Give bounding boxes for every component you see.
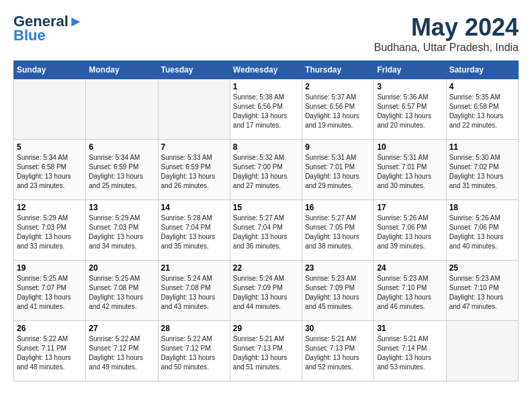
calendar-cell: 24Sunrise: 5:23 AMSunset: 7:10 PMDayligh… xyxy=(374,261,446,321)
calendar-table: Sunday Monday Tuesday Wednesday Thursday… xyxy=(13,60,519,381)
day-info: Sunrise: 5:32 AMSunset: 7:00 PMDaylight:… xyxy=(233,153,299,191)
day-info: Sunrise: 5:38 AMSunset: 6:56 PMDaylight:… xyxy=(233,93,299,130)
calendar-cell: 26Sunrise: 5:22 AMSunset: 7:11 PMDayligh… xyxy=(14,321,86,381)
day-number: 15 xyxy=(233,203,299,212)
day-number: 4 xyxy=(449,82,515,91)
day-info: Sunrise: 5:22 AMSunset: 7:11 PMDaylight:… xyxy=(17,334,83,372)
day-info: Sunrise: 5:36 AMSunset: 6:57 PMDaylight:… xyxy=(377,93,443,130)
day-info: Sunrise: 5:23 AMSunset: 7:10 PMDaylight:… xyxy=(449,274,515,312)
day-info: Sunrise: 5:24 AMSunset: 7:09 PMDaylight:… xyxy=(233,274,299,312)
week-row-1: 1Sunrise: 5:38 AMSunset: 6:56 PMDaylight… xyxy=(14,79,519,140)
day-info: Sunrise: 5:21 AMSunset: 7:13 PMDaylight:… xyxy=(305,334,371,372)
calendar-cell: 4Sunrise: 5:35 AMSunset: 6:58 PMDaylight… xyxy=(446,79,518,140)
day-info: Sunrise: 5:22 AMSunset: 7:12 PMDaylight:… xyxy=(89,334,154,372)
day-number: 13 xyxy=(89,203,154,212)
day-number: 3 xyxy=(377,82,443,91)
header-tuesday: Tuesday xyxy=(158,61,230,79)
header-saturday: Saturday xyxy=(446,61,518,79)
day-number: 17 xyxy=(377,203,443,212)
calendar-cell: 31Sunrise: 5:21 AMSunset: 7:14 PMDayligh… xyxy=(374,321,446,381)
day-info: Sunrise: 5:23 AMSunset: 7:09 PMDaylight:… xyxy=(305,274,371,312)
calendar-cell: 7Sunrise: 5:33 AMSunset: 6:59 PMDaylight… xyxy=(158,140,230,200)
day-info: Sunrise: 5:25 AMSunset: 7:08 PMDaylight:… xyxy=(89,274,154,312)
calendar-cell: 16Sunrise: 5:27 AMSunset: 7:05 PMDayligh… xyxy=(302,200,374,261)
subtitle: Budhana, Uttar Pradesh, India xyxy=(374,42,519,54)
day-info: Sunrise: 5:37 AMSunset: 6:56 PMDaylight:… xyxy=(305,93,371,130)
day-info: Sunrise: 5:31 AMSunset: 7:01 PMDaylight:… xyxy=(305,153,371,191)
calendar-cell: 10Sunrise: 5:31 AMSunset: 7:01 PMDayligh… xyxy=(374,140,446,200)
day-number: 16 xyxy=(305,203,371,212)
day-number: 5 xyxy=(17,142,83,152)
header-friday: Friday xyxy=(374,61,446,79)
day-info: Sunrise: 5:35 AMSunset: 6:58 PMDaylight:… xyxy=(449,93,515,130)
calendar-cell: 13Sunrise: 5:29 AMSunset: 7:03 PMDayligh… xyxy=(86,200,158,261)
day-info: Sunrise: 5:31 AMSunset: 7:01 PMDaylight:… xyxy=(377,153,443,191)
day-number: 12 xyxy=(17,203,83,212)
calendar-cell: 27Sunrise: 5:22 AMSunset: 7:12 PMDayligh… xyxy=(86,321,158,381)
day-number: 10 xyxy=(377,142,443,152)
day-number: 27 xyxy=(89,324,154,333)
calendar-cell: 14Sunrise: 5:28 AMSunset: 7:04 PMDayligh… xyxy=(158,200,230,261)
calendar-cell: 23Sunrise: 5:23 AMSunset: 7:09 PMDayligh… xyxy=(302,261,374,321)
calendar-cell xyxy=(158,79,230,140)
calendar-cell xyxy=(86,79,158,140)
day-number: 21 xyxy=(161,263,227,273)
day-info: Sunrise: 5:30 AMSunset: 7:02 PMDaylight:… xyxy=(449,153,515,191)
day-number: 29 xyxy=(233,324,299,333)
day-info: Sunrise: 5:25 AMSunset: 7:07 PMDaylight:… xyxy=(17,274,83,312)
day-info: Sunrise: 5:22 AMSunset: 7:12 PMDaylight:… xyxy=(161,334,227,372)
calendar-cell: 1Sunrise: 5:38 AMSunset: 6:56 PMDaylight… xyxy=(230,79,302,140)
calendar-cell xyxy=(446,321,518,381)
calendar-cell: 12Sunrise: 5:29 AMSunset: 7:03 PMDayligh… xyxy=(14,200,86,261)
calendar-cell xyxy=(14,79,86,140)
calendar-cell: 2Sunrise: 5:37 AMSunset: 6:56 PMDaylight… xyxy=(302,79,374,140)
calendar-cell: 17Sunrise: 5:26 AMSunset: 7:06 PMDayligh… xyxy=(374,200,446,261)
day-number: 9 xyxy=(305,142,371,152)
header-wednesday: Wednesday xyxy=(230,61,302,79)
day-number: 19 xyxy=(17,263,83,273)
day-info: Sunrise: 5:27 AMSunset: 7:05 PMDaylight:… xyxy=(305,214,371,251)
day-info: Sunrise: 5:24 AMSunset: 7:08 PMDaylight:… xyxy=(161,274,227,312)
day-number: 30 xyxy=(305,324,371,333)
day-number: 6 xyxy=(89,142,154,152)
calendar-cell: 11Sunrise: 5:30 AMSunset: 7:02 PMDayligh… xyxy=(446,140,518,200)
week-row-3: 12Sunrise: 5:29 AMSunset: 7:03 PMDayligh… xyxy=(14,200,519,261)
calendar-cell: 6Sunrise: 5:34 AMSunset: 6:59 PMDaylight… xyxy=(86,140,158,200)
calendar-cell: 21Sunrise: 5:24 AMSunset: 7:08 PMDayligh… xyxy=(158,261,230,321)
day-number: 25 xyxy=(449,263,515,273)
day-info: Sunrise: 5:29 AMSunset: 7:03 PMDaylight:… xyxy=(17,214,83,251)
day-number: 8 xyxy=(233,142,299,152)
logo-blue: Blue xyxy=(13,27,46,44)
day-info: Sunrise: 5:23 AMSunset: 7:10 PMDaylight:… xyxy=(377,274,443,312)
calendar-cell: 30Sunrise: 5:21 AMSunset: 7:13 PMDayligh… xyxy=(302,321,374,381)
day-number: 2 xyxy=(305,82,371,91)
week-row-4: 19Sunrise: 5:25 AMSunset: 7:07 PMDayligh… xyxy=(14,261,519,321)
header-thursday: Thursday xyxy=(302,61,374,79)
calendar-cell: 5Sunrise: 5:34 AMSunset: 6:58 PMDaylight… xyxy=(14,140,86,200)
calendar-header-row: Sunday Monday Tuesday Wednesday Thursday… xyxy=(14,61,519,79)
day-number: 20 xyxy=(89,263,154,273)
calendar-cell: 19Sunrise: 5:25 AMSunset: 7:07 PMDayligh… xyxy=(14,261,86,321)
main-title: May 2024 xyxy=(374,13,519,42)
logo: General► Blue xyxy=(13,13,83,44)
calendar-cell: 8Sunrise: 5:32 AMSunset: 7:00 PMDaylight… xyxy=(230,140,302,200)
calendar-cell: 22Sunrise: 5:24 AMSunset: 7:09 PMDayligh… xyxy=(230,261,302,321)
day-number: 18 xyxy=(449,203,515,212)
day-number: 23 xyxy=(305,263,371,273)
day-number: 1 xyxy=(233,82,299,91)
day-number: 14 xyxy=(161,203,227,212)
day-info: Sunrise: 5:27 AMSunset: 7:04 PMDaylight:… xyxy=(233,214,299,251)
day-info: Sunrise: 5:21 AMSunset: 7:14 PMDaylight:… xyxy=(377,334,443,372)
title-section: May 2024 Budhana, Uttar Pradesh, India xyxy=(374,13,519,54)
calendar-cell: 3Sunrise: 5:36 AMSunset: 6:57 PMDaylight… xyxy=(374,79,446,140)
week-row-5: 26Sunrise: 5:22 AMSunset: 7:11 PMDayligh… xyxy=(14,321,519,381)
day-number: 31 xyxy=(377,324,443,333)
day-info: Sunrise: 5:34 AMSunset: 6:59 PMDaylight:… xyxy=(89,153,154,191)
header-sunday: Sunday xyxy=(14,61,86,79)
calendar-cell: 28Sunrise: 5:22 AMSunset: 7:12 PMDayligh… xyxy=(158,321,230,381)
week-row-2: 5Sunrise: 5:34 AMSunset: 6:58 PMDaylight… xyxy=(14,140,519,200)
day-number: 26 xyxy=(17,324,83,333)
day-info: Sunrise: 5:26 AMSunset: 7:06 PMDaylight:… xyxy=(377,214,443,251)
day-number: 7 xyxy=(161,142,227,152)
calendar-cell: 29Sunrise: 5:21 AMSunset: 7:13 PMDayligh… xyxy=(230,321,302,381)
